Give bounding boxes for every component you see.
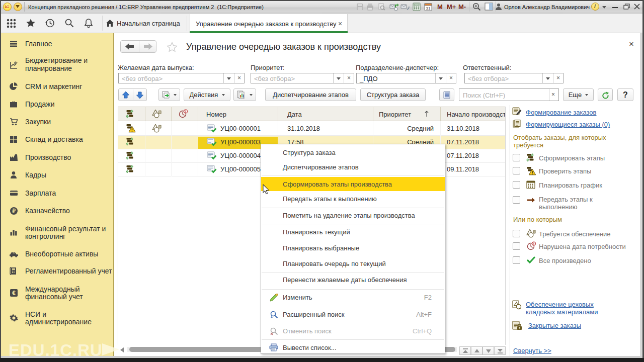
svg-text:€: € <box>12 290 16 297</box>
svg-text:₽: ₽ <box>12 208 16 214</box>
svg-text:%: % <box>15 62 17 64</box>
svg-text:31: 31 <box>426 6 431 11</box>
